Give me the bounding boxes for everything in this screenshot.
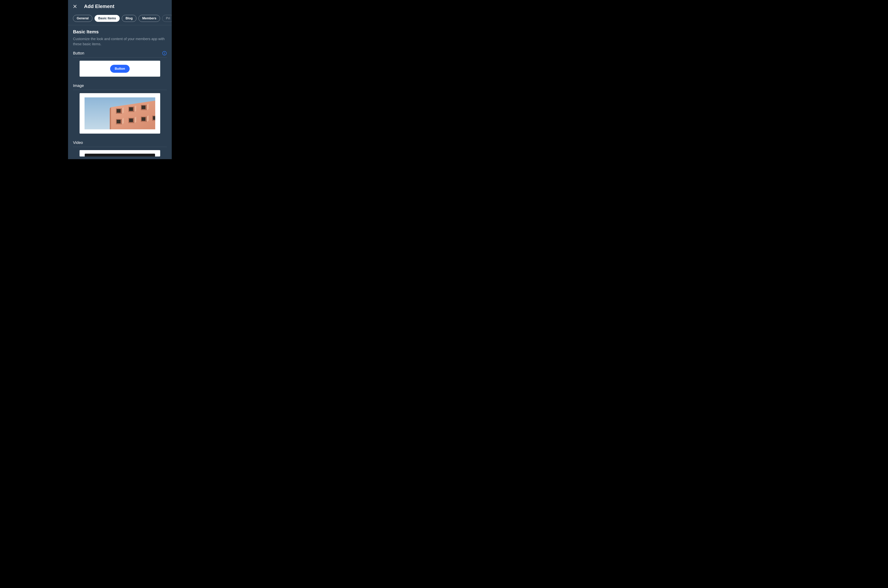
svg-point-4 (164, 52, 165, 53)
button-element-preview[interactable]: Button (80, 61, 160, 76)
category-tabs: General Basic Items Blog Members Pri (68, 12, 172, 25)
tab-general[interactable]: General (73, 15, 92, 22)
panel-title: Add Element (84, 3, 114, 9)
info-icon[interactable] (162, 51, 167, 56)
svg-rect-9 (117, 109, 120, 112)
tab-pricing-plans[interactable]: Pri (162, 15, 172, 22)
svg-rect-15 (141, 106, 146, 109)
building-illustration (84, 98, 155, 129)
panel-content: Basic Items Customize the look and conte… (68, 25, 172, 156)
item-label-video: Video (73, 140, 83, 145)
svg-marker-7 (110, 107, 111, 129)
svg-rect-24 (141, 117, 146, 121)
video-element-preview[interactable] (80, 150, 160, 156)
item-label-image: Image (73, 83, 84, 88)
item-row-video: Video (73, 140, 167, 147)
svg-rect-12 (129, 107, 133, 111)
panel-header: Add Element (68, 0, 172, 12)
image-element-preview[interactable] (80, 93, 160, 134)
svg-rect-21 (129, 118, 133, 122)
close-icon[interactable] (73, 4, 77, 8)
video-thumbnail (85, 154, 155, 156)
item-label-button: Button (73, 51, 84, 56)
tab-blog[interactable]: Blog (122, 15, 136, 22)
tab-members[interactable]: Members (138, 15, 160, 22)
svg-rect-18 (117, 120, 120, 123)
section-description: Customize the look and content of your m… (73, 36, 167, 46)
preview-button: Button (110, 65, 129, 73)
tab-basic-items[interactable]: Basic Items (95, 15, 120, 22)
svg-rect-27 (153, 116, 155, 120)
item-row-button: Button (73, 51, 167, 57)
add-element-panel: Add Element General Basic Items Blog Mem… (68, 0, 172, 159)
item-row-image: Image (73, 83, 167, 90)
section-title: Basic Items (73, 29, 167, 34)
